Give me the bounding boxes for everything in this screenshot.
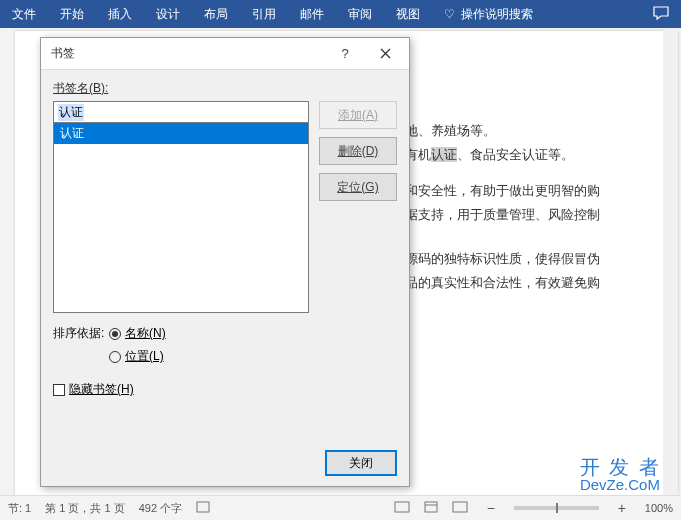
svg-rect-2: [425, 502, 437, 512]
sort-by-name-radio[interactable]: 名称(N): [109, 325, 166, 342]
tab-home[interactable]: 开始: [48, 0, 96, 28]
view-mode-web[interactable]: [452, 501, 468, 515]
add-button: 添加(A): [319, 101, 397, 129]
tab-view[interactable]: 视图: [384, 0, 432, 28]
view-mode-print[interactable]: [424, 501, 438, 515]
doc-text: 据支持，用于质量管理、风险控制: [405, 203, 600, 226]
zoom-level[interactable]: 100%: [645, 502, 673, 514]
dialog-titlebar[interactable]: 书签 ?: [41, 38, 409, 70]
tab-mail[interactable]: 邮件: [288, 0, 336, 28]
bookmark-dialog: 书签 ? 书签名(B): 认证 认证 添加(A) 删除(D) 定位(G) 排序依: [40, 37, 410, 487]
hidden-bookmarks-checkbox[interactable]: 隐藏书签(H): [53, 381, 397, 398]
status-word-count[interactable]: 492 个字: [139, 501, 182, 516]
vertical-scrollbar[interactable]: [663, 28, 678, 495]
tab-insert[interactable]: 插入: [96, 0, 144, 28]
tab-layout[interactable]: 布局: [192, 0, 240, 28]
tell-me-search[interactable]: ♡ 操作说明搜索: [432, 0, 545, 28]
doc-text: 源码的独特标识性质，使得假冒伪: [405, 247, 600, 270]
ribbon: 文件 开始 插入 设计 布局 引用 邮件 审阅 视图 ♡ 操作说明搜索: [0, 0, 681, 28]
zoom-in-button[interactable]: +: [613, 500, 631, 516]
tab-review[interactable]: 审阅: [336, 0, 384, 28]
close-icon[interactable]: [365, 39, 405, 69]
doc-text: 有机认证、食品安全认证等。: [405, 143, 574, 166]
sort-by-location-radio[interactable]: 位置(L): [109, 348, 166, 365]
delete-button[interactable]: 删除(D): [319, 137, 397, 165]
zoom-slider[interactable]: [514, 506, 599, 510]
bookmark-name-label: 书签名(B):: [53, 80, 397, 97]
tab-design[interactable]: 设计: [144, 0, 192, 28]
svg-rect-1: [395, 502, 409, 512]
doc-text: 品的真实性和合法性，有效避免购: [405, 271, 600, 294]
doc-text: 和安全性，有助于做出更明智的购: [405, 179, 600, 202]
doc-text: 地、养殖场等。: [405, 119, 496, 142]
comments-icon[interactable]: [641, 6, 681, 23]
bookmark-name-input[interactable]: 认证: [53, 101, 309, 123]
status-language[interactable]: [196, 501, 210, 515]
lightbulb-icon: ♡: [444, 7, 455, 21]
close-button[interactable]: 关闭: [325, 450, 397, 476]
zoom-out-button[interactable]: −: [482, 500, 500, 516]
svg-rect-0: [197, 502, 209, 512]
svg-rect-4: [453, 502, 467, 512]
view-mode-read[interactable]: [394, 501, 410, 515]
watermark: 开 发 者 DevZe.CoM: [580, 457, 661, 492]
sort-label: 排序依据:: [53, 325, 109, 342]
radio-icon: [109, 351, 121, 363]
statusbar: 节: 1 第 1 页，共 1 页 492 个字 − + 100%: [0, 495, 681, 520]
list-item[interactable]: 认证: [54, 123, 308, 144]
tab-file[interactable]: 文件: [0, 0, 48, 28]
status-page[interactable]: 第 1 页，共 1 页: [45, 501, 124, 516]
goto-button[interactable]: 定位(G): [319, 173, 397, 201]
tab-references[interactable]: 引用: [240, 0, 288, 28]
help-button[interactable]: ?: [325, 39, 365, 69]
bookmark-listbox[interactable]: 认证: [53, 123, 309, 313]
status-section[interactable]: 节: 1: [8, 501, 31, 516]
checkbox-icon: [53, 384, 65, 396]
radio-icon: [109, 328, 121, 340]
dialog-title: 书签: [51, 45, 325, 62]
